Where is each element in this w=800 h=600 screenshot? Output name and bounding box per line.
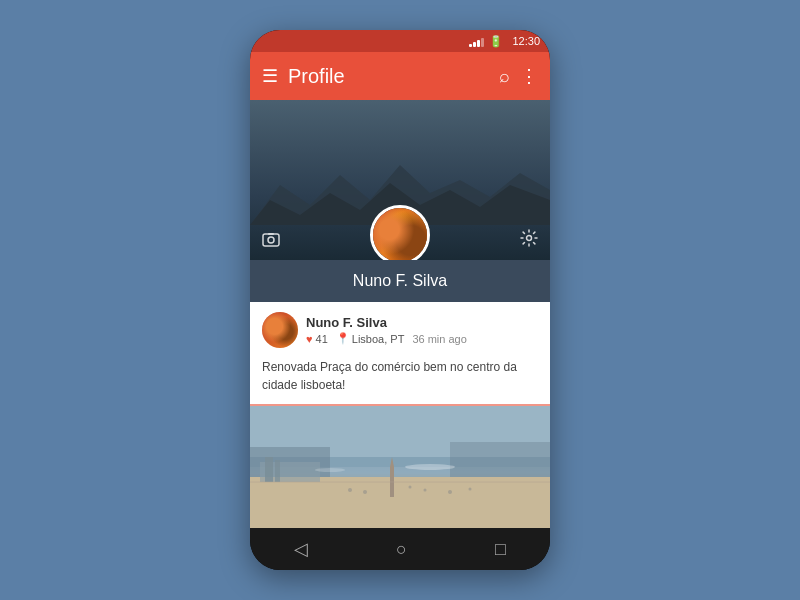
back-icon[interactable]: ◁ bbox=[294, 538, 308, 560]
signal-bar-3 bbox=[477, 40, 480, 47]
avatar[interactable] bbox=[370, 205, 430, 260]
svg-rect-12 bbox=[265, 457, 273, 482]
profile-name-section: Nuno F. Silva bbox=[250, 260, 550, 302]
profile-avatar-container bbox=[370, 205, 430, 260]
scene-water bbox=[250, 406, 550, 528]
post-location: 📍 Lisboa, PT bbox=[336, 332, 405, 345]
search-icon[interactable]: ⌕ bbox=[499, 66, 510, 87]
svg-rect-4 bbox=[268, 233, 274, 235]
home-icon[interactable]: ○ bbox=[396, 539, 407, 560]
svg-rect-2 bbox=[263, 234, 279, 246]
post-time: 36 min ago bbox=[412, 333, 466, 345]
post-card: Nuno F. Silva ♥ 41 📍 Lisboa, PT 36 min a… bbox=[250, 302, 550, 406]
cover-photo-edit-icon[interactable] bbox=[262, 231, 280, 252]
page-title: Profile bbox=[288, 65, 489, 88]
signal-bar-2 bbox=[473, 42, 476, 47]
svg-point-18 bbox=[409, 486, 412, 489]
signal-bar-4 bbox=[481, 38, 484, 47]
svg-point-21 bbox=[469, 488, 472, 491]
post-image bbox=[250, 406, 550, 528]
harbor-svg bbox=[250, 406, 550, 528]
status-bar: 🔋 12:30 bbox=[250, 30, 550, 52]
settings-icon[interactable] bbox=[520, 229, 538, 252]
signal-bar-1 bbox=[469, 44, 472, 47]
profile-name: Nuno F. Silva bbox=[353, 272, 447, 290]
svg-rect-8 bbox=[250, 477, 550, 528]
post-author: Nuno F. Silva bbox=[306, 315, 538, 330]
post-meta: Nuno F. Silva ♥ 41 📍 Lisboa, PT 36 min a… bbox=[306, 315, 538, 345]
likes-count: 41 bbox=[316, 333, 328, 345]
post-header: Nuno F. Silva ♥ 41 📍 Lisboa, PT 36 min a… bbox=[250, 302, 550, 354]
app-bar: ☰ Profile ⌕ ⋮ bbox=[250, 52, 550, 100]
post-info: ♥ 41 📍 Lisboa, PT 36 min ago bbox=[306, 332, 538, 345]
more-icon[interactable]: ⋮ bbox=[520, 65, 538, 87]
svg-point-17 bbox=[363, 490, 367, 494]
svg-point-19 bbox=[424, 489, 427, 492]
nav-bar: ◁ ○ □ bbox=[250, 528, 550, 570]
svg-point-5 bbox=[527, 236, 532, 241]
menu-icon[interactable]: ☰ bbox=[262, 65, 278, 87]
svg-point-20 bbox=[448, 490, 452, 494]
recent-apps-icon[interactable]: □ bbox=[495, 539, 506, 560]
svg-rect-10 bbox=[450, 442, 550, 477]
post-likes: ♥ 41 bbox=[306, 333, 328, 345]
svg-point-16 bbox=[348, 488, 352, 492]
svg-point-23 bbox=[315, 468, 345, 472]
post-avatar bbox=[262, 312, 298, 348]
content: Nuno F. Silva Nuno F. Silva ♥ 41 📍 bbox=[250, 100, 550, 528]
avatar-image bbox=[373, 208, 427, 260]
battery-icon: 🔋 bbox=[489, 35, 503, 48]
signal-indicator bbox=[469, 35, 484, 47]
post-text: Renovada Praça do comércio bem no centro… bbox=[250, 354, 550, 404]
location-icon: 📍 bbox=[336, 332, 350, 345]
svg-rect-13 bbox=[275, 460, 280, 482]
profile-cover bbox=[250, 100, 550, 260]
post-avatar-image bbox=[262, 312, 298, 348]
svg-point-22 bbox=[405, 464, 455, 470]
status-time: 12:30 bbox=[512, 35, 540, 47]
phone-frame: 🔋 12:30 ☰ Profile ⌕ ⋮ bbox=[250, 30, 550, 570]
heart-icon: ♥ bbox=[306, 333, 313, 345]
location-text: Lisboa, PT bbox=[352, 333, 405, 345]
cover-photo bbox=[250, 100, 550, 260]
svg-point-3 bbox=[268, 237, 274, 243]
